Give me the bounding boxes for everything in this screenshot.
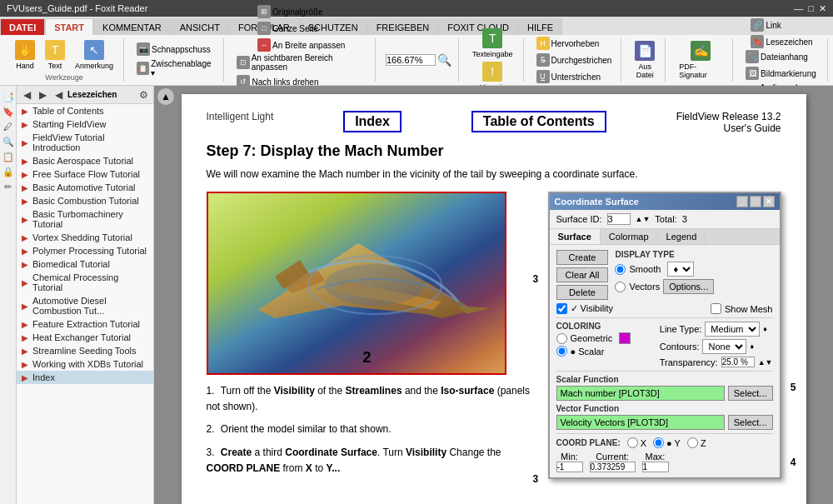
plane-y-radio[interactable]	[653, 437, 664, 448]
link-btn[interactable]: 🔗Link	[748, 17, 815, 32]
zoom-input[interactable]	[386, 54, 436, 66]
dialog-maximize-btn[interactable]: □	[750, 196, 761, 207]
sidebar-item-streamline[interactable]: ▶ Streamline Seeding Tools	[17, 344, 153, 357]
fit-visible-btn[interactable]: ⊡ An sichtbaren Bereich anpassen	[234, 52, 368, 72]
sidebar-arrow-left[interactable]: ◀	[20, 88, 33, 102]
sidebar-item-diesel[interactable]: ▶ Automotive Diesel Combustion Tut...	[17, 294, 153, 317]
hand-tool-btn[interactable]: ✋ Hand	[12, 38, 38, 72]
tab-freigeben[interactable]: FREIGEBEN	[367, 18, 439, 35]
smooth-select[interactable]: ♦	[667, 262, 694, 277]
sidebar-item-free-surface[interactable]: ▶ Free Surface Flow Tutorial	[17, 167, 153, 181]
visibility-checkbox[interactable]	[556, 303, 567, 314]
sidebar-icon-3[interactable]: 🖊	[2, 121, 14, 132]
show-mesh-checkbox[interactable]	[711, 303, 721, 314]
plane-x-radio[interactable]	[627, 437, 638, 448]
smooth-radio[interactable]	[615, 264, 626, 275]
geometric-radio[interactable]	[556, 333, 567, 344]
sidebar-item-intro[interactable]: ▶ FieldView Tutorial Introduction	[17, 131, 153, 154]
contours-select[interactable]: None	[702, 339, 746, 354]
lesezeichen-btn[interactable]: 🔖Lesezeichen	[748, 34, 815, 49]
unterstrichen-btn[interactable]: U̲Unterstrichen	[534, 69, 615, 84]
tab-legend[interactable]: Legend	[658, 229, 706, 244]
tab-kommentar[interactable]: KOMMENTAR	[93, 18, 171, 35]
sidebar-icon-4[interactable]: 🔍	[2, 136, 14, 147]
index-button[interactable]: Index	[343, 111, 402, 132]
sidebar-icon-7[interactable]: ✏	[2, 181, 14, 192]
plane-z-radio[interactable]	[687, 437, 698, 448]
tab-datei[interactable]: DATEI	[0, 18, 45, 35]
sidebar-item-index[interactable]: ▶ Index	[17, 371, 153, 384]
sidebar-icon-2[interactable]: 🔖	[2, 106, 14, 117]
minimize-btn[interactable]: —	[794, 3, 803, 14]
annotation-select-btn[interactable]: ↖ Anmerkung	[72, 38, 117, 72]
sidebar-item-automotive[interactable]: ▶ Basic Automotive Tutorial	[17, 181, 153, 194]
dialog-minimize-btn[interactable]: _	[736, 196, 748, 207]
svg-point-7	[325, 264, 425, 306]
page-nav-btn[interactable]: ▲	[157, 87, 175, 106]
sidebar-arrow-right[interactable]: ▶	[36, 88, 49, 102]
release-text: FieldView Release 13.2	[676, 111, 781, 122]
sidebar-item-xdbs[interactable]: ▶ Working with XDBs Tutorial	[17, 357, 153, 371]
durchgestrichen-btn[interactable]: S̶Durchgestrichen	[534, 52, 615, 67]
create-btn[interactable]: Create	[556, 250, 609, 265]
sidebar-item-aerospace[interactable]: ▶ Basic Aerospace Tutorial	[17, 154, 153, 167]
surface-id-input[interactable]	[607, 213, 631, 225]
sidebar-icon-5[interactable]: 📋	[2, 151, 14, 162]
scalar-select-btn[interactable]: Select...	[728, 386, 773, 401]
texteingabe-btn[interactable]: T Texteingabe	[469, 27, 516, 60]
delete-btn[interactable]: Delete	[556, 285, 609, 300]
clipboard-btn[interactable]: 📋 Zwischenablage ▾	[134, 58, 217, 78]
sidebar-item-chemical[interactable]: ▶ Chemical Processing Tutorial	[17, 271, 153, 294]
sidebar-item-heat[interactable]: ▶ Heat Exchanger Tutorial	[17, 331, 153, 344]
hervorheben-btn[interactable]: HHervorheben	[534, 36, 615, 51]
snapshot-btn[interactable]: 📷 Schnappschuss	[134, 42, 217, 57]
color-swatch[interactable]	[619, 332, 631, 344]
current-input[interactable]	[590, 462, 636, 472]
tab-colormap[interactable]: Colormap	[601, 229, 658, 244]
full-page-btn[interactable]: □ Ganze Seite	[255, 21, 347, 36]
max-input[interactable]	[642, 462, 669, 472]
toc-button[interactable]: Table of Contents	[471, 111, 606, 132]
content-area[interactable]: ▲ Intelligent Light Index Table of Conte…	[154, 86, 833, 504]
sidebar-item-starting[interactable]: ▶ Starting FieldView	[17, 117, 153, 131]
window-controls[interactable]: — □ ✕	[794, 3, 826, 14]
surface-id-spinner[interactable]: ▲▼	[636, 215, 651, 223]
sidebar-collapse[interactable]: ◀	[52, 88, 65, 102]
tab-hilfe[interactable]: HILFE	[518, 18, 562, 35]
maximize-btn[interactable]: □	[808, 3, 814, 14]
sidebar-item-polymer[interactable]: ▶ Polymer Processing Tutorial	[17, 244, 153, 257]
bildmarkierung-btn[interactable]: 🖼Bildmarkierung	[743, 66, 821, 81]
sidebar-item-feature[interactable]: ▶ Feature Extraction Tutorial	[17, 317, 153, 331]
sidebar-item-vortex[interactable]: ▶ Vortex Shedding Tutorial	[17, 231, 153, 244]
line-type-select[interactable]: Medium	[705, 322, 760, 337]
scalar-radio[interactable]	[556, 346, 567, 357]
original-size-btn[interactable]: ⊞ Originalgröße	[255, 4, 347, 19]
sidebar-icon-1[interactable]: 📑	[2, 91, 14, 102]
vector-select-btn[interactable]: Select...	[728, 415, 773, 430]
tab-start[interactable]: START	[45, 18, 93, 35]
sidebar-item-combustion[interactable]: ▶ Basic Combustion Tutorial	[17, 194, 153, 207]
pdf-signature-btn[interactable]: ✍ PDF-Signatur	[676, 39, 726, 81]
zoom-icon[interactable]: 🔍	[437, 53, 451, 67]
options-btn[interactable]: Options...	[663, 279, 714, 294]
sidebar-icon-6[interactable]: 🔒	[2, 166, 14, 177]
vectors-radio[interactable]	[615, 282, 626, 292]
sidebar-item-biomedical[interactable]: ▶ Biomedical Tutorial	[17, 257, 153, 271]
action-buttons: Create Clear All Delete	[556, 250, 609, 300]
sidebar-item-turbomachinery[interactable]: ▶ Basic Turbomachinery Tutorial	[17, 207, 153, 231]
instructions: 1. Turn off the Visibility of the Stream…	[207, 383, 531, 477]
transparency-input[interactable]	[721, 357, 755, 367]
clear-all-btn[interactable]: Clear All	[556, 267, 609, 282]
tab-surface[interactable]: Surface	[550, 229, 601, 244]
transparency-spinner[interactable]: ▲▼	[758, 358, 773, 367]
close-btn[interactable]: ✕	[819, 3, 826, 14]
sidebar-item-toc[interactable]: ▶ Table of Contents	[17, 104, 153, 117]
min-input[interactable]	[556, 462, 583, 472]
sidebar-options[interactable]: ⚙	[137, 88, 150, 102]
dateianhang-btn[interactable]: 📎Dateianhang	[743, 49, 821, 64]
fit-width-btn[interactable]: ↔ An Breite anpassen	[255, 37, 347, 52]
aus-datei-btn[interactable]: 📄 AusDatei	[631, 39, 658, 81]
text-marker-btn[interactable]: T Text	[42, 38, 68, 72]
tab-ansicht[interactable]: ANSICHT	[171, 18, 229, 35]
dialog-close-btn[interactable]: ✕	[763, 196, 775, 207]
